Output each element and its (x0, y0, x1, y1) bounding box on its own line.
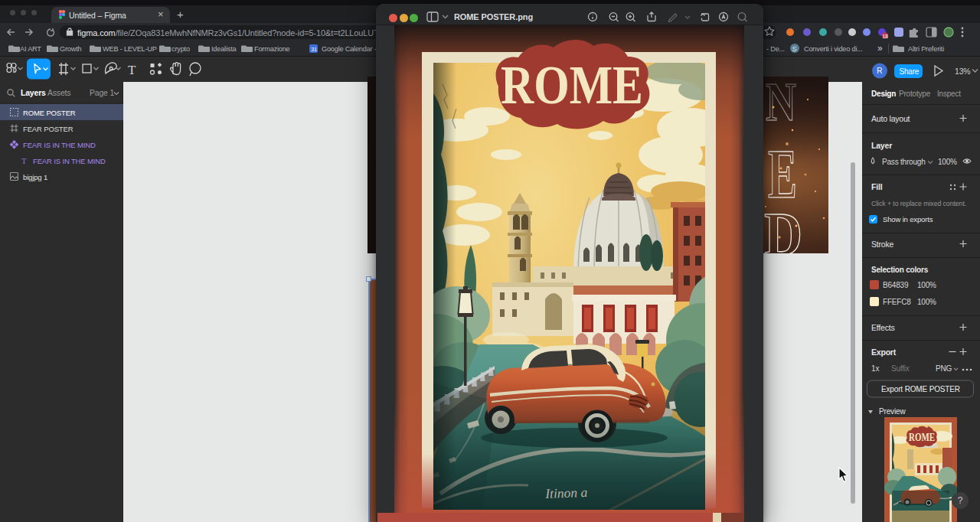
svg-text:Growth: Growth (60, 45, 82, 53)
svg-text:Inspect: Inspect (937, 90, 961, 98)
svg-text:FEAR POSTER: FEAR POSTER (23, 125, 74, 133)
svg-text:Design: Design (871, 90, 896, 98)
svg-text:- De...: - De... (766, 45, 785, 53)
svg-text:100%: 100% (938, 158, 957, 166)
svg-text:bigjpg 1: bigjpg 1 (23, 173, 47, 181)
svg-text:ROME: ROME (909, 432, 935, 443)
svg-text:ROME POSTER: ROME POSTER (23, 109, 76, 117)
svg-text:FEAR IS IN THE MIND: FEAR IS IN THE MIND (33, 157, 106, 165)
svg-text:Share: Share (900, 67, 920, 76)
svg-text:AI ART: AI ART (20, 45, 41, 53)
svg-text:Itinon a: Itinon a (544, 484, 588, 501)
svg-text:Click + to replace mixed conte: Click + to replace mixed content. (871, 200, 966, 207)
svg-text:Preview: Preview (879, 407, 906, 416)
svg-text:Selection colors: Selection colors (871, 266, 929, 274)
svg-text:crypto: crypto (172, 45, 190, 53)
svg-text:Pass through: Pass through (882, 158, 926, 166)
svg-text:Converti i video di...: Converti i video di... (804, 45, 862, 53)
svg-text:1x: 1x (871, 364, 880, 373)
svg-text:Auto layout: Auto layout (871, 114, 910, 123)
svg-text:T: T (21, 156, 27, 165)
svg-text:Assets: Assets (47, 88, 70, 97)
svg-text:Page 1: Page 1 (90, 88, 114, 97)
svg-text:100%: 100% (917, 281, 936, 289)
svg-text:31: 31 (311, 46, 317, 53)
svg-text:Google Calendar -...: Google Calendar -... (322, 45, 382, 53)
svg-text:ROME: ROME (501, 55, 643, 115)
svg-text:»: » (877, 43, 883, 54)
svg-text:18: 18 (883, 34, 889, 39)
svg-text:S: S (792, 45, 797, 53)
svg-text:Fill: Fill (871, 182, 883, 191)
svg-text:R: R (877, 67, 882, 75)
svg-text:FFEFC8: FFEFC8 (883, 298, 911, 306)
svg-text:100%: 100% (917, 298, 936, 306)
svg-text:FEAR IS IN THE MIND: FEAR IS IN THE MIND (23, 141, 96, 149)
svg-text:Layers: Layers (21, 88, 46, 97)
svg-text:WEB - LEVEL-UP: WEB - LEVEL-UP (103, 45, 157, 53)
svg-text:Show in exports: Show in exports (883, 215, 933, 223)
svg-text:Stroke: Stroke (871, 240, 894, 249)
svg-text:Prototype: Prototype (899, 90, 931, 98)
svg-text:D: D (764, 201, 802, 253)
svg-text:Formazione: Formazione (254, 45, 290, 53)
svg-text:Suffix: Suffix (891, 364, 910, 373)
svg-text:B64839: B64839 (883, 281, 909, 289)
svg-text:Effects: Effects (871, 323, 895, 332)
svg-text:Altri Preferiti: Altri Preferiti (908, 45, 944, 53)
svg-text:Layer: Layer (871, 141, 892, 150)
svg-text:Export: Export (871, 347, 897, 357)
svg-text:Export ROME POSTER: Export ROME POSTER (881, 385, 960, 393)
svg-text:13%: 13% (955, 67, 970, 76)
svg-text:PNG: PNG (936, 364, 952, 373)
svg-text:Idealista: Idealista (211, 45, 237, 53)
svg-text:T: T (128, 63, 136, 77)
